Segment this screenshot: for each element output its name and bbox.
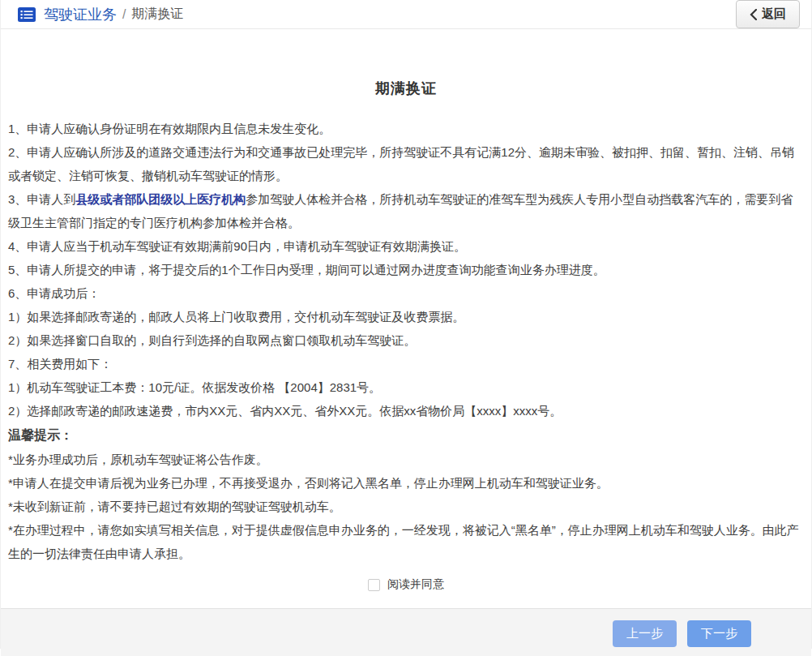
medical-institution-highlight: 县级或者部队团级以上医疗机构: [75, 192, 246, 206]
notice-paragraph: 1）如果选择邮政寄递的，邮政人员将上门收取费用，交付机动车驾驶证及收费票据。: [8, 305, 804, 328]
notice-paragraph: 2、申请人应确认所涉及的道路交通违法行为和交通事故已处理完毕，所持驾驶证不具有记…: [8, 140, 804, 187]
back-button-label: 返回: [762, 6, 786, 22]
notice-paragraph: 5、申请人所提交的申请，将于提交后的1个工作日内受理，期间可以通过网办进度查询功…: [8, 258, 804, 281]
breadcrumb-root: 驾驶证业务: [44, 5, 117, 24]
tip-paragraph: *在办理过程中，请您如实填写相关信息，对于提供虚假信息申办业务的，一经发现，将被…: [8, 518, 804, 565]
page-title: 期满换证: [8, 79, 804, 98]
footer-bar: 上一步 下一步: [1, 608, 811, 656]
page: 驾驶证业务 / 期满换证 返回 1、业务须知 2、用户申告 3、确认信息 4、资…: [0, 0, 812, 649]
tip-paragraph: *未收到新证前，请不要持已超过有效期的驾驶证驾驶机动车。: [8, 495, 804, 518]
notice-paragraph: 6、申请成功后：: [8, 281, 804, 305]
prev-step-button[interactable]: 上一步: [613, 620, 677, 647]
tip-paragraph: *申请人在提交申请后视为业务已办理，不再接受退办，否则将记入黑名单，停止办理网上…: [8, 471, 804, 495]
notice-paragraph: 4、申请人应当于机动车驾驶证有效期满前90日内，申请机动车驾驶证有效期满换证。: [8, 234, 804, 258]
notice-paragraph: 3、申请人到县级或者部队团级以上医疗机构参加驾驶人体检并合格，所持机动车驾驶证的…: [8, 187, 804, 234]
tip-paragraph: *业务办理成功后，原机动车驾驶证将公告作废。: [8, 448, 804, 471]
chevron-left-icon: [750, 9, 757, 20]
breadcrumb-separator: /: [122, 7, 126, 22]
list-icon: [17, 6, 36, 23]
agree-label[interactable]: 阅读并同意: [387, 577, 444, 592]
notice-paragraph: 2）如果选择窗口自取的，则自行到选择的自取网点窗口领取机动车驾驶证。: [8, 328, 804, 352]
tips-title: 温馨提示：: [8, 422, 804, 448]
notice-paragraph: 1、申请人应确认身份证明在有效期限内且信息未发生变化。: [8, 117, 804, 140]
agree-row: 阅读并同意: [8, 577, 804, 592]
notice-paragraph: 7、相关费用如下：: [8, 352, 804, 375]
notice-paragraph: 1）机动车驾驶证工本费：10元/证。依据发改价格 【2004】2831号。: [8, 375, 804, 399]
back-button[interactable]: 返回: [736, 0, 800, 28]
next-step-button[interactable]: 下一步: [687, 620, 751, 647]
breadcrumb-current: 期满换证: [131, 6, 183, 23]
main-content: 期满换证 1、申请人应确认身份证明在有效期限内且信息未发生变化。 2、申请人应确…: [1, 51, 811, 592]
agree-checkbox[interactable]: [368, 579, 380, 591]
notice-paragraph: 2）选择邮政寄递的邮政速递费，市内XX元、省内XX元、省外XX元。依据xx省物价…: [8, 399, 804, 422]
header-bar: 驾驶证业务 / 期满换证 返回: [1, 0, 811, 29]
